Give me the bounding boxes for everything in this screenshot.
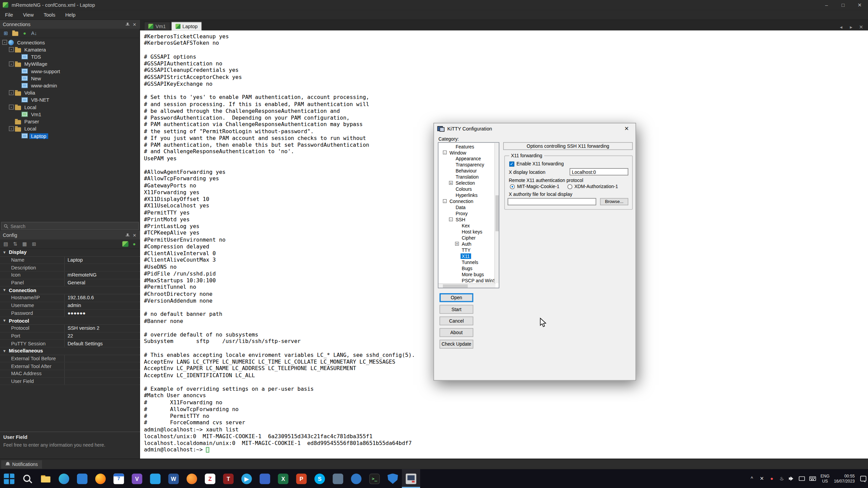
check-update-button[interactable]: Check Update [439,340,473,348]
close-panel-icon[interactable]: ✕ [132,233,137,238]
volume-icon[interactable] [789,476,794,481]
tree-item-www-support[interactable]: www-support [0,67,140,75]
tree-expander-icon[interactable]: - [9,105,14,110]
taskbar-gray-app[interactable] [329,469,347,488]
property-value[interactable] [65,264,140,271]
open-button[interactable]: Open [439,293,473,302]
property-value[interactable] [65,363,140,370]
mremoteng-logo-icon[interactable] [122,241,129,247]
taskbar-file-explorer[interactable] [37,469,55,488]
keyboard-icon[interactable] [809,476,816,481]
property-value[interactable] [65,355,140,362]
maximize-button[interactable]: □ [835,0,851,10]
property-value[interactable]: 22 [65,332,140,340]
tree-item-volia[interactable]: -Volia [0,89,140,96]
tree-expander-icon[interactable]: - [443,150,447,154]
scrollbar-thumb[interactable] [495,195,499,231]
config-row-putty-session[interactable]: PuTTY SessionDefault Settings [0,340,140,347]
property-value[interactable]: admin [65,302,140,309]
connect-icon[interactable]: ● [22,30,28,36]
tree-expander-icon[interactable]: - [449,218,453,221]
tree-expander-icon[interactable]: - [9,126,14,131]
tree-expander-icon[interactable]: - [9,90,14,95]
property-value[interactable]: 192.168.0.6 [65,294,140,302]
kitty-category-bugs[interactable]: Bugs [438,265,495,271]
kitty-category-behaviour[interactable]: Behaviour [438,168,495,174]
taskbar-texstudio[interactable]: T [219,469,238,488]
config-row-user-field[interactable]: User Field [0,378,140,385]
scroll-tabs-right-icon[interactable]: ▸ [848,24,854,30]
kitty-category-x11[interactable]: X11 [438,253,495,259]
notification-center-icon[interactable] [860,476,866,481]
kitty-category-auth[interactable]: +Auth [438,241,495,247]
taskbar-blue-app[interactable] [73,469,92,488]
config-row-description[interactable]: Description [0,264,140,271]
tree-item-local[interactable]: -Local [0,103,140,110]
taskbar-visual-studio[interactable]: V [128,469,146,488]
tree-expander-icon[interactable]: - [2,40,7,45]
show-inherited-icon[interactable]: ⊞ [31,241,37,247]
config-row-username[interactable]: Usernameadmin [0,302,140,309]
splitter[interactable] [0,431,140,432]
taskbar-vscode[interactable] [146,469,164,488]
config-section-miscellaneous[interactable]: ▾Miscellaneous [0,347,140,355]
taskbar-blue-app-2[interactable] [256,469,274,488]
tree-expander-icon[interactable]: - [443,199,447,203]
kitty-category-selection[interactable]: +Selection [438,180,495,186]
dialog-titlebar[interactable]: KiTTY Configuration ✕ [434,123,635,134]
pin-icon[interactable] [125,22,130,27]
config-row-protocol[interactable]: ProtocolSSH version 2 [0,325,140,332]
language-indicator[interactable]: ENG US [821,474,830,484]
vertical-scrollbar[interactable] [494,143,499,283]
minimize-button[interactable]: – [818,0,835,10]
browse-button[interactable]: Browse... [600,198,628,205]
taskbar-terminal[interactable]: >_ [366,469,384,488]
about-button[interactable]: About [439,328,473,337]
menu-tools[interactable]: Tools [39,10,60,19]
kitty-category-kex[interactable]: Kex [438,222,495,228]
taskbar-excel[interactable]: X [274,469,292,488]
tree-item-tds[interactable]: TDS [0,53,140,60]
property-value[interactable]: SSH version 2 [65,325,140,332]
kitty-category-tunnels[interactable]: Tunnels [438,259,495,265]
new-connection-icon[interactable]: ⊞ [3,30,9,36]
red-status-icon[interactable]: ● [769,476,774,481]
config-section-protocol[interactable]: ▾Protocol [0,317,140,325]
taskbar-firefox[interactable] [91,469,110,488]
taskbar-search[interactable] [18,469,37,488]
taskbar-calendar[interactable]: 7 [110,469,128,488]
dialog-close-icon[interactable]: ✕ [621,126,632,132]
tree-item-new[interactable]: New [0,75,140,82]
config-row-external-tool-after[interactable]: External Tool After [0,363,140,370]
menu-view[interactable]: View [18,10,39,19]
enable-x11-forwarding-checkbox[interactable]: Enable X11 forwarding [509,161,564,166]
menu-help[interactable]: Help [60,10,81,19]
search-box[interactable]: Search [0,221,140,231]
java-icon[interactable]: ♨ [779,476,784,481]
kitty-category-tty[interactable]: TTY [438,247,495,253]
kitty-category-features[interactable]: Features [438,143,495,149]
taskbar-clock[interactable]: 00:55 16/07/2023 [834,474,855,484]
tree-item-parser[interactable]: Parser [0,118,140,125]
tab-vm1[interactable]: Vm1 [144,22,170,30]
config-row-panel[interactable]: PanelGeneral [0,279,140,287]
property-value[interactable]: General [65,279,140,286]
taskbar-zotero[interactable]: Z [201,469,219,488]
kitty-category-connection[interactable]: -Connection [438,198,495,204]
tree-item-local[interactable]: -Local [0,125,140,132]
show-categorized-icon[interactable]: ▤ [3,241,9,247]
config-row-name[interactable]: NameLaptop [0,257,140,264]
kitty-category-pscp-and-winsc[interactable]: PSCP and WinSC [438,277,495,283]
close-panel-icon[interactable]: ✕ [132,22,137,27]
notifications-tab[interactable]: Notifications [1,460,42,468]
kitty-category-ssh[interactable]: -SSH [438,216,495,222]
taskbar-thunderbird[interactable] [183,469,201,488]
tree-expander-icon[interactable]: - [9,61,14,66]
tree-expander-icon[interactable]: + [455,242,459,245]
kitty-category-proxy[interactable]: Proxy [438,210,495,216]
kitty-category-transparency[interactable]: Transparency [438,162,495,168]
tree-item-connections[interactable]: -Connections [0,39,140,46]
config-row-icon[interactable]: IconmRemoteNG [0,272,140,279]
kitty-category-colours[interactable]: Colours [438,186,495,192]
show-properties-icon[interactable]: ▦ [22,241,28,247]
